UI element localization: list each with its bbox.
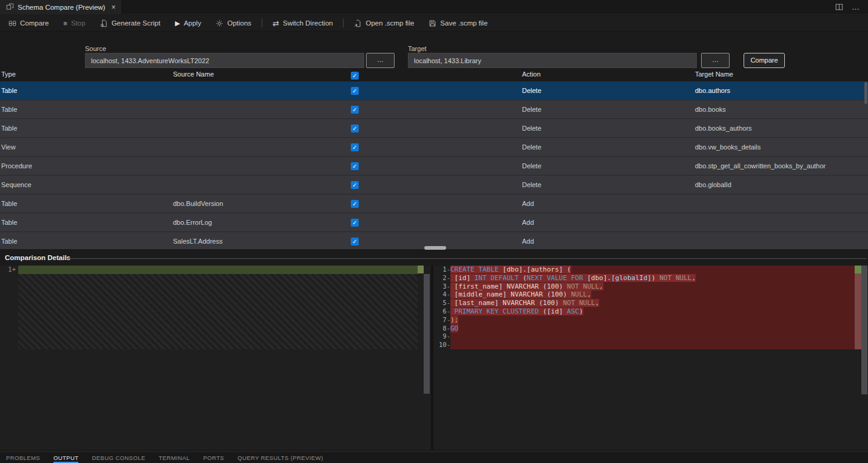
bottom-panel-bar: PROBLEMSOUTPUTDEBUG CONSOLETERMINALPORTS… bbox=[0, 451, 868, 463]
removed-code-line: [first_name] NVARCHAR (100) NOT NULL, bbox=[450, 283, 855, 291]
table-row[interactable]: Table✓Deletedbo.authors bbox=[0, 81, 868, 100]
row-checkbox[interactable]: ✓ bbox=[351, 143, 359, 151]
removed-code-line: [last_name] NVARCHAR (100) NOT NULL, bbox=[450, 299, 855, 307]
target-browse-button[interactable]: … bbox=[701, 53, 730, 68]
column-action[interactable]: Action bbox=[522, 70, 541, 78]
comparison-diff-editor: 1+ 1-2-3-4-5-6-7-8-9-10- CREATE TABLE [d… bbox=[0, 266, 868, 450]
save-scmp-label: Save .scmp file bbox=[440, 19, 487, 27]
removed-code-line: ); bbox=[450, 316, 855, 324]
gear-icon bbox=[215, 19, 223, 27]
table-row[interactable]: Sequence✓Deletedbo.globalId bbox=[0, 176, 868, 194]
split-editor-icon[interactable] bbox=[835, 3, 843, 11]
column-target-name[interactable]: Target Name bbox=[695, 70, 733, 78]
stop-icon: ■ bbox=[63, 20, 67, 27]
comparison-details-title: Comparison Details bbox=[5, 254, 70, 261]
editor-tab-bar: Schema Compare (Preview) × … bbox=[0, 0, 868, 15]
cell-type: View bbox=[1, 138, 170, 157]
line-number: 4- bbox=[433, 290, 450, 299]
cell-target-name: dbo.books_authors bbox=[695, 119, 866, 138]
overview-removed-marks bbox=[855, 273, 861, 349]
stop-label: Stop bbox=[71, 19, 86, 27]
panel-tab-query-results-preview[interactable]: QUERY RESULTS (PREVIEW) bbox=[237, 452, 323, 463]
compare-button[interactable]: Compare bbox=[744, 53, 785, 68]
cell-target-name: dbo.stp_get_all_cowritten_books_by_autho… bbox=[695, 157, 866, 176]
close-icon[interactable]: × bbox=[111, 3, 115, 12]
open-scmp-button[interactable]: Open .scmp file bbox=[347, 15, 421, 31]
removed-code-line bbox=[450, 332, 855, 341]
panel-tab-terminal[interactable]: TERMINAL bbox=[159, 452, 190, 463]
cell-action: Delete bbox=[522, 157, 692, 176]
panel-tab-ports[interactable]: PORTS bbox=[203, 452, 225, 463]
grid-rows: Table✓Deletedbo.authorsTable✓Deletedbo.b… bbox=[0, 81, 868, 249]
header-checkbox[interactable]: ✓ bbox=[351, 72, 359, 80]
row-checkbox[interactable]: ✓ bbox=[351, 219, 359, 227]
panel-tab-output[interactable]: OUTPUT bbox=[53, 452, 78, 463]
diff-right-gutter: 1-2-3-4-5-6-7-8-9-10- bbox=[433, 266, 450, 349]
panel-tab-debug-console[interactable]: DEBUG CONSOLE bbox=[92, 452, 145, 463]
diff-target-pane[interactable]: 1-2-3-4-5-6-7-8-9-10- CREATE TABLE [dbo]… bbox=[433, 266, 868, 450]
save-scmp-button[interactable]: Save .scmp file bbox=[421, 15, 495, 31]
swap-arrows-icon: ⇄ bbox=[273, 19, 279, 27]
cell-target-name: dbo.globalId bbox=[695, 176, 866, 194]
left-editor-scrollbar[interactable] bbox=[424, 274, 430, 394]
compare-icon bbox=[8, 19, 16, 27]
diff-left-line-number: 1+ bbox=[0, 266, 16, 274]
options-button[interactable]: Options bbox=[208, 15, 259, 31]
column-source-name[interactable]: Source Name bbox=[173, 70, 214, 78]
generate-script-button[interactable]: Generate Script bbox=[93, 15, 168, 31]
source-browse-button[interactable]: … bbox=[366, 53, 395, 68]
source-input[interactable] bbox=[85, 53, 364, 68]
panel-resize-handle[interactable] bbox=[424, 246, 446, 250]
line-number: 7- bbox=[433, 316, 450, 324]
line-number: 5- bbox=[433, 299, 450, 307]
diff-added-line bbox=[18, 266, 418, 274]
cell-action: Delete bbox=[522, 100, 692, 119]
row-checkbox[interactable]: ✓ bbox=[351, 162, 359, 170]
options-label: Options bbox=[227, 19, 251, 27]
grid-scrollbar[interactable] bbox=[864, 82, 867, 104]
cell-action: Delete bbox=[522, 119, 692, 138]
more-actions-icon[interactable]: … bbox=[852, 2, 860, 12]
diff-removed-filler bbox=[18, 274, 418, 349]
cell-action: Delete bbox=[522, 81, 692, 100]
table-row[interactable]: Tabledbo.ErrorLog✓Add bbox=[0, 213, 868, 232]
cell-type: Procedure bbox=[1, 157, 170, 176]
compare-toolbar-button[interactable]: Compare bbox=[1, 15, 56, 31]
column-type[interactable]: Type bbox=[1, 70, 16, 78]
row-checkbox[interactable]: ✓ bbox=[351, 125, 359, 132]
removed-code-line bbox=[450, 341, 855, 349]
row-checkbox[interactable]: ✓ bbox=[351, 238, 359, 245]
apply-button[interactable]: ▶ Apply bbox=[168, 15, 208, 31]
line-number: 2- bbox=[433, 274, 450, 283]
switch-direction-button[interactable]: ⇄ Switch Direction bbox=[265, 15, 340, 31]
line-number: 10- bbox=[433, 341, 450, 349]
table-row[interactable]: View✓Deletedbo.vw_books_details bbox=[0, 138, 868, 157]
cell-type: Sequence bbox=[1, 176, 170, 194]
cell-source-name: SalesLT.Address bbox=[173, 232, 348, 249]
save-icon bbox=[429, 19, 436, 27]
table-row[interactable]: Tabledbo.BuildVersion✓Add bbox=[0, 194, 868, 213]
panel-tab-problems[interactable]: PROBLEMS bbox=[6, 452, 40, 463]
removed-code-line: GO bbox=[450, 324, 855, 333]
removed-code-line: [middle_name] NVARCHAR (100) NULL, bbox=[450, 290, 855, 299]
row-checkbox[interactable]: ✓ bbox=[351, 200, 359, 208]
table-row[interactable]: Table✓Deletedbo.books bbox=[0, 100, 868, 119]
stop-button[interactable]: ■ Stop bbox=[56, 15, 92, 31]
line-number: 8- bbox=[433, 324, 450, 333]
tab-title: Schema Compare (Preview) bbox=[18, 4, 105, 11]
open-file-icon bbox=[354, 19, 362, 27]
line-number: 9- bbox=[433, 332, 450, 341]
row-checkbox[interactable]: ✓ bbox=[351, 106, 359, 114]
overview-added-mark bbox=[855, 266, 861, 273]
right-editor-scrollbar[interactable] bbox=[861, 266, 867, 394]
table-row[interactable]: Table✓Deletedbo.books_authors bbox=[0, 119, 868, 138]
table-row[interactable]: Procedure✓Deletedbo.stp_get_all_cowritte… bbox=[0, 157, 868, 176]
line-number: 1- bbox=[433, 266, 450, 274]
diff-source-pane[interactable]: 1+ bbox=[0, 266, 431, 450]
row-checkbox[interactable]: ✓ bbox=[351, 87, 359, 95]
target-input[interactable] bbox=[408, 53, 697, 68]
cell-source-name: dbo.BuildVersion bbox=[173, 194, 348, 213]
row-checkbox[interactable]: ✓ bbox=[351, 181, 359, 189]
tab-schema-compare[interactable]: Schema Compare (Preview) × bbox=[0, 0, 122, 15]
cell-type: Table bbox=[1, 81, 170, 100]
